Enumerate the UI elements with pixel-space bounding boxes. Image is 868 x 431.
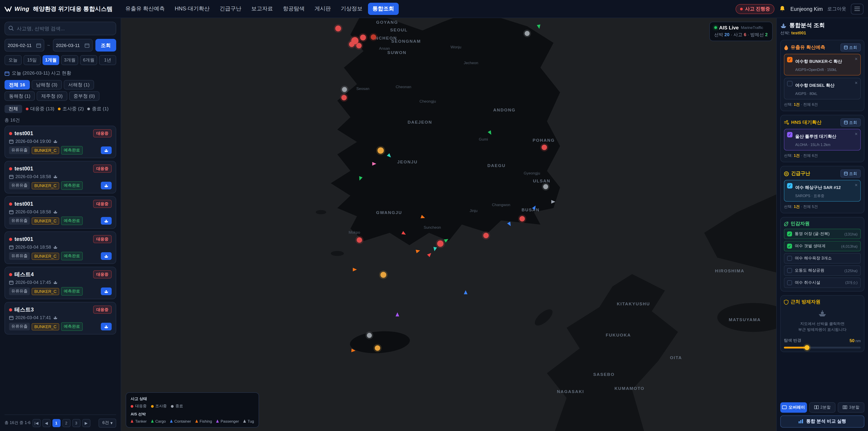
incident-card[interactable]: 테스트3 대응중 2026-03-04 17:41 유류유출 BUNKER_C … [4,302,116,335]
region-chip-namhae[interactable]: 남해청 (3) [31,80,62,90]
ais-vessel-marker[interactable] [421,215,426,220]
ais-vessel-marker[interactable] [444,238,449,243]
range-6m-button[interactable]: 6개월 [80,55,97,65]
region-chip-seohae[interactable]: 서해청 (1) [64,80,94,90]
checkbox-checked-icon[interactable]: ✓ [787,183,793,188]
menu-integrated-view[interactable]: 통합조회 [368,3,399,15]
status-filter-responding[interactable]: 대응중 (13) [26,106,54,112]
split-2-view-button[interactable]: 2분할 [809,402,835,412]
overlay-view-button[interactable]: 오버레이 [780,402,807,412]
incident-card[interactable]: test001 대응중 2026-03-04 19:00 유류유출 BUNKER… [4,126,116,158]
resource-row[interactable]: 여수 취수시설 (3개소) [784,278,861,288]
ais-vessel-marker[interactable] [464,290,467,294]
notifications-bell-icon[interactable] [779,5,786,12]
map-canvas[interactable]: GOYANGSEOULINCHEONSEONGNAMAnsanSUWONWonj… [121,18,776,431]
ais-vessel-marker[interactable] [372,162,376,165]
incident-marker[interactable] [341,95,346,100]
oil-scenario-item[interactable]: ✓ 여수항 BUNKER-C 확산 AIGPS+OpenDrift · 150k… [784,54,861,75]
menu-oil-spread[interactable]: 유출유 확산예측 [121,3,169,15]
ais-vessel-marker[interactable] [433,247,437,251]
range-today-button[interactable]: 오늘 [4,55,22,65]
date-to-input[interactable]: 2026-03-11 [53,39,93,52]
pagination-page-1[interactable]: 1 [52,419,60,427]
range-15d-button[interactable]: 15일 [24,55,41,65]
pagination-prev-button[interactable]: ◀ [42,419,51,427]
status-filter-closed[interactable]: 종료 (1) [88,106,109,112]
ais-vessel-marker[interactable] [387,153,392,159]
date-from-input[interactable]: 2026-02-11 [4,39,44,52]
ais-vessel-marker[interactable] [358,176,363,181]
view-on-map-button[interactable] [101,217,112,225]
status-filter-investigating[interactable]: 조사중 (2) [58,106,84,112]
checkbox-checked-icon[interactable]: ✓ [787,244,792,249]
ais-vessel-marker[interactable] [401,231,407,236]
region-chip-all[interactable]: 전체 16 [4,80,30,90]
close-icon[interactable]: × [855,81,858,86]
ais-vessel-marker[interactable] [351,349,355,353]
checkbox-unchecked-icon[interactable] [787,268,792,273]
run-integrated-analysis-button[interactable]: 통합 분석 비교 실행 [780,415,864,427]
region-chip-donghae[interactable]: 동해청 (1) [4,91,35,101]
pagination-next-button[interactable]: ▶ [82,419,90,427]
oil-query-button[interactable]: 조회 [840,43,861,52]
ais-vessel-marker[interactable] [488,130,493,136]
split-3-view-button[interactable]: 3분할 [838,402,864,412]
incident-marker[interactable] [375,345,380,351]
incident-card[interactable]: test001 대응중 2026-03-04 18:58 유류유출 BUNKER… [4,196,116,229]
checkbox-checked-icon[interactable]: ✓ [787,232,792,237]
checkbox-unchecked-icon[interactable] [787,256,792,261]
view-on-map-button[interactable] [101,323,112,331]
incident-marker[interactable] [543,184,548,189]
incident-marker[interactable] [525,31,530,36]
resource-row[interactable]: 오동도 해상공원 (125ha) [784,265,861,276]
checkbox-checked-icon[interactable]: ✓ [787,132,793,137]
pagination-first-button[interactable]: |◀ [32,419,40,427]
incident-card[interactable]: test001 대응중 2026-03-04 18:58 유류유출 BUNKER… [4,232,116,264]
search-input[interactable] [4,22,116,35]
resource-row[interactable]: ✓ 통영 어장 (굴·전복) (131ha) [784,229,861,239]
sar-scenario-item[interactable]: ✓ 여수 해상구난 SAR #12 SAROPS · 표류중 × [784,180,861,202]
status-filter-all[interactable]: 전체 [4,105,22,113]
incident-marker[interactable] [520,216,525,221]
incident-marker[interactable] [541,145,547,150]
logout-button[interactable]: 로그아웃 [827,6,846,12]
menu-hns[interactable]: HNS·대기확산 [170,3,214,15]
incident-marker[interactable] [371,34,376,40]
menu-weather[interactable]: 기상정보 [336,3,367,15]
incident-card[interactable]: 테스트4 대응중 2026-03-04 17:45 유류유출 BUNKER_C … [4,267,116,299]
region-chip-jungbu[interactable]: 중부청 (0) [69,91,99,101]
checkbox-checked-icon[interactable]: ✓ [787,57,793,62]
checkbox-unchecked-icon[interactable] [787,81,793,86]
view-on-map-button[interactable] [101,182,112,189]
sar-query-button[interactable]: 조회 [840,170,861,178]
hamburger-menu-icon[interactable] [851,3,864,14]
menu-board[interactable]: 게시판 [310,3,336,15]
pagination-page-3[interactable]: 3 [72,419,80,427]
ais-vessel-marker[interactable] [352,268,357,271]
ais-vessel-marker[interactable] [396,312,399,316]
checkbox-unchecked-icon[interactable] [787,280,792,285]
incident-marker[interactable] [342,87,347,92]
view-on-map-button[interactable] [101,252,112,260]
ais-vessel-marker[interactable] [551,200,555,204]
incident-marker[interactable] [483,233,489,239]
incident-marker[interactable] [367,333,372,338]
pagination-page-2[interactable]: 2 [62,419,70,427]
incident-marker[interactable] [357,237,362,243]
close-icon[interactable]: × [855,183,858,188]
incident-marker[interactable] [377,147,384,154]
incident-marker[interactable] [380,272,386,278]
page-size-select[interactable]: 6건 ▾ [99,418,116,427]
hns-query-button[interactable]: 조회 [840,118,861,127]
radius-slider[interactable] [784,347,861,349]
incident-marker[interactable] [356,43,362,49]
view-on-map-button[interactable] [101,147,112,154]
menu-reports[interactable]: 보고자료 [247,3,278,15]
hns-scenario-item[interactable]: ✓ 울산 톨루엔 대기확산 ALOHA · 15L/h 1.2km × [784,129,861,151]
close-icon[interactable]: × [855,131,858,136]
resource-row[interactable]: 여수 해수욕장 3개소 [784,253,861,264]
menu-rescue[interactable]: 긴급구난 [215,3,246,15]
ais-vessel-marker[interactable] [416,249,421,253]
date-query-button[interactable]: 조회 [95,39,116,52]
incident-marker[interactable] [335,26,341,31]
